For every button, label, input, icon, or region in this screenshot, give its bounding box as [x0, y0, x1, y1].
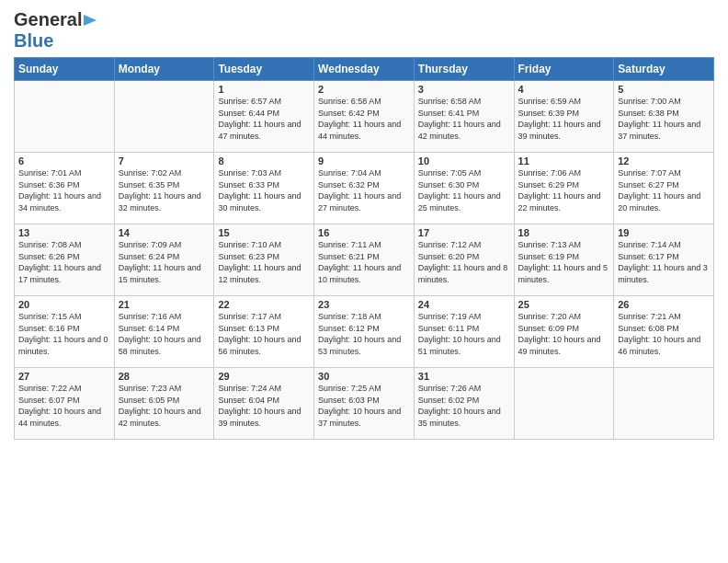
day-cell: 9Sunrise: 7:04 AM Sunset: 6:32 PM Daylig… — [314, 153, 415, 224]
day-number: 15 — [218, 227, 310, 238]
day-number: 27 — [18, 371, 110, 382]
header: General Blue — [14, 9, 714, 52]
day-info: Sunrise: 7:12 AM Sunset: 6:20 PM Dayligh… — [418, 239, 510, 285]
day-cell: 27Sunrise: 7:22 AM Sunset: 6:07 PM Dayli… — [15, 368, 115, 440]
logo-blue: Blue — [14, 30, 53, 51]
day-number: 17 — [418, 227, 510, 238]
day-number: 25 — [518, 299, 610, 310]
day-cell: 24Sunrise: 7:19 AM Sunset: 6:11 PM Dayli… — [414, 296, 514, 368]
day-info: Sunrise: 7:19 AM Sunset: 6:11 PM Dayligh… — [418, 311, 510, 357]
day-number: 13 — [18, 227, 110, 238]
day-cell: 8Sunrise: 7:03 AM Sunset: 6:33 PM Daylig… — [214, 153, 314, 224]
day-cell: 26Sunrise: 7:21 AM Sunset: 6:08 PM Dayli… — [614, 296, 714, 368]
week-row-3: 13Sunrise: 7:08 AM Sunset: 6:26 PM Dayli… — [15, 224, 714, 296]
day-number: 6 — [18, 155, 110, 167]
logo-general: General — [14, 9, 82, 30]
day-cell: 25Sunrise: 7:20 AM Sunset: 6:09 PM Dayli… — [514, 296, 614, 368]
day-info: Sunrise: 7:24 AM Sunset: 6:04 PM Dayligh… — [218, 383, 310, 429]
svg-marker-0 — [84, 15, 97, 26]
day-number: 9 — [318, 155, 410, 167]
day-cell — [514, 368, 614, 440]
day-cell — [15, 81, 115, 153]
day-cell: 10Sunrise: 7:05 AM Sunset: 6:30 PM Dayli… — [414, 153, 514, 224]
day-info: Sunrise: 7:16 AM Sunset: 6:14 PM Dayligh… — [119, 311, 210, 357]
header-cell-monday: Monday — [114, 58, 214, 81]
header-row: SundayMondayTuesdayWednesdayThursdayFrid… — [15, 58, 714, 81]
day-info: Sunrise: 7:14 AM Sunset: 6:17 PM Dayligh… — [618, 239, 710, 285]
day-info: Sunrise: 7:10 AM Sunset: 6:23 PM Dayligh… — [218, 239, 310, 285]
day-number: 1 — [218, 84, 310, 95]
day-info: Sunrise: 7:02 AM Sunset: 6:35 PM Dayligh… — [119, 167, 210, 213]
day-cell — [614, 368, 714, 440]
day-cell: 29Sunrise: 7:24 AM Sunset: 6:04 PM Dayli… — [214, 368, 314, 440]
day-cell: 13Sunrise: 7:08 AM Sunset: 6:26 PM Dayli… — [15, 224, 115, 296]
header-cell-tuesday: Tuesday — [214, 58, 314, 81]
day-number: 8 — [218, 155, 310, 167]
day-number: 3 — [418, 84, 510, 95]
day-number: 5 — [618, 84, 710, 95]
day-cell: 23Sunrise: 7:18 AM Sunset: 6:12 PM Dayli… — [314, 296, 415, 368]
day-cell: 2Sunrise: 6:58 AM Sunset: 6:42 PM Daylig… — [314, 81, 415, 153]
day-number: 19 — [618, 227, 710, 238]
day-info: Sunrise: 7:13 AM Sunset: 6:19 PM Dayligh… — [518, 239, 610, 285]
day-cell: 1Sunrise: 6:57 AM Sunset: 6:44 PM Daylig… — [214, 81, 314, 153]
day-cell: 12Sunrise: 7:07 AM Sunset: 6:27 PM Dayli… — [614, 153, 714, 224]
day-info: Sunrise: 6:59 AM Sunset: 6:39 PM Dayligh… — [518, 96, 610, 142]
day-cell: 5Sunrise: 7:00 AM Sunset: 6:38 PM Daylig… — [614, 81, 714, 153]
header-cell-thursday: Thursday — [414, 58, 514, 81]
day-info: Sunrise: 7:04 AM Sunset: 6:32 PM Dayligh… — [318, 167, 410, 213]
calendar-header: SundayMondayTuesdayWednesdayThursdayFrid… — [15, 58, 714, 81]
day-info: Sunrise: 6:57 AM Sunset: 6:44 PM Dayligh… — [218, 96, 310, 142]
day-cell: 22Sunrise: 7:17 AM Sunset: 6:13 PM Dayli… — [214, 296, 314, 368]
day-info: Sunrise: 7:17 AM Sunset: 6:13 PM Dayligh… — [218, 311, 310, 357]
day-cell — [114, 81, 214, 153]
day-cell: 7Sunrise: 7:02 AM Sunset: 6:35 PM Daylig… — [114, 153, 214, 224]
day-number: 20 — [18, 299, 110, 310]
day-number: 2 — [318, 84, 410, 95]
day-cell: 20Sunrise: 7:15 AM Sunset: 6:16 PM Dayli… — [15, 296, 115, 368]
day-number: 28 — [119, 371, 210, 382]
day-cell: 17Sunrise: 7:12 AM Sunset: 6:20 PM Dayli… — [414, 224, 514, 296]
day-info: Sunrise: 7:05 AM Sunset: 6:30 PM Dayligh… — [418, 167, 510, 213]
day-number: 10 — [418, 155, 510, 167]
day-info: Sunrise: 7:11 AM Sunset: 6:21 PM Dayligh… — [318, 239, 410, 285]
day-number: 23 — [318, 299, 410, 310]
day-cell: 30Sunrise: 7:25 AM Sunset: 6:03 PM Dayli… — [314, 368, 415, 440]
header-cell-friday: Friday — [514, 58, 614, 81]
day-info: Sunrise: 7:00 AM Sunset: 6:38 PM Dayligh… — [618, 96, 710, 142]
day-info: Sunrise: 7:15 AM Sunset: 6:16 PM Dayligh… — [18, 311, 110, 357]
day-number: 16 — [318, 227, 410, 238]
header-cell-saturday: Saturday — [614, 58, 714, 81]
day-number: 26 — [618, 299, 710, 310]
day-info: Sunrise: 7:18 AM Sunset: 6:12 PM Dayligh… — [318, 311, 410, 357]
day-number: 30 — [318, 371, 410, 382]
day-cell: 11Sunrise: 7:06 AM Sunset: 6:29 PM Dayli… — [514, 153, 614, 224]
calendar-body: 1Sunrise: 6:57 AM Sunset: 6:44 PM Daylig… — [15, 81, 714, 440]
day-info: Sunrise: 7:07 AM Sunset: 6:27 PM Dayligh… — [618, 167, 710, 213]
day-cell: 4Sunrise: 6:59 AM Sunset: 6:39 PM Daylig… — [514, 81, 614, 153]
day-info: Sunrise: 6:58 AM Sunset: 6:41 PM Dayligh… — [418, 96, 510, 142]
week-row-5: 27Sunrise: 7:22 AM Sunset: 6:07 PM Dayli… — [15, 368, 714, 440]
day-info: Sunrise: 7:21 AM Sunset: 6:08 PM Dayligh… — [618, 311, 710, 357]
day-number: 21 — [119, 299, 210, 310]
day-info: Sunrise: 7:08 AM Sunset: 6:26 PM Dayligh… — [18, 239, 110, 285]
day-cell: 28Sunrise: 7:23 AM Sunset: 6:05 PM Dayli… — [114, 368, 214, 440]
week-row-4: 20Sunrise: 7:15 AM Sunset: 6:16 PM Dayli… — [15, 296, 714, 368]
logo: General Blue — [14, 9, 98, 52]
header-cell-sunday: Sunday — [15, 58, 115, 81]
day-info: Sunrise: 7:20 AM Sunset: 6:09 PM Dayligh… — [518, 311, 610, 357]
day-info: Sunrise: 7:09 AM Sunset: 6:24 PM Dayligh… — [119, 239, 210, 285]
day-info: Sunrise: 7:03 AM Sunset: 6:33 PM Dayligh… — [218, 167, 310, 213]
day-number: 4 — [518, 84, 610, 95]
day-info: Sunrise: 7:01 AM Sunset: 6:36 PM Dayligh… — [18, 167, 110, 213]
logo-arrow-icon — [82, 12, 98, 29]
day-info: Sunrise: 7:22 AM Sunset: 6:07 PM Dayligh… — [18, 383, 110, 429]
page-container: General Blue SundayMondayTuesdayWednesda… — [0, 0, 728, 444]
day-number: 7 — [119, 155, 210, 167]
day-info: Sunrise: 7:26 AM Sunset: 6:02 PM Dayligh… — [418, 383, 510, 429]
day-number: 12 — [618, 155, 710, 167]
day-number: 31 — [418, 371, 510, 382]
header-cell-wednesday: Wednesday — [314, 58, 415, 81]
week-row-1: 1Sunrise: 6:57 AM Sunset: 6:44 PM Daylig… — [15, 81, 714, 153]
day-number: 29 — [218, 371, 310, 382]
